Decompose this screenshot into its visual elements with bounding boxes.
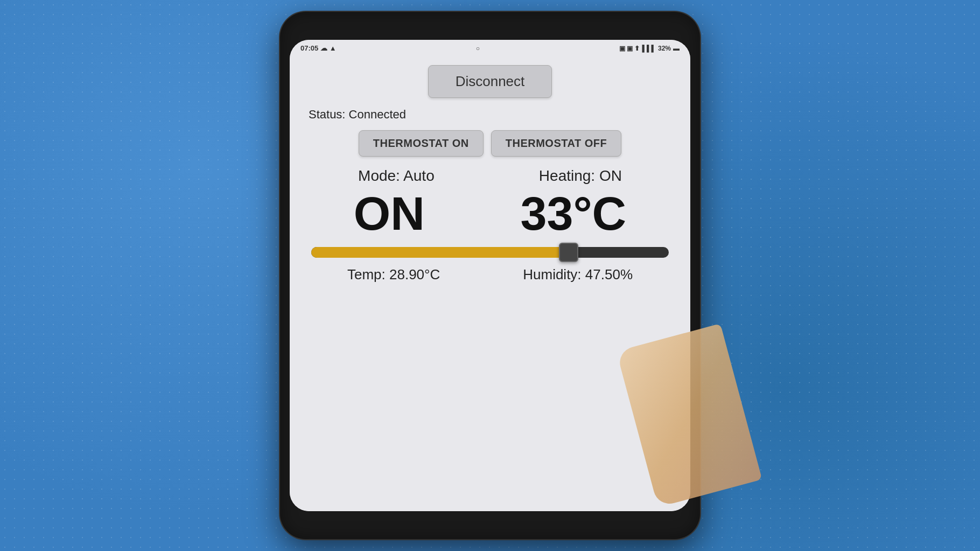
thermostat-button-group: THERMOSTAT ON THERMOSTAT OFF	[359, 130, 621, 157]
status-center-icon: ○	[476, 45, 480, 52]
status-right: ▣ ▣ ⬆ ▌▌▌ 32% ▬	[619, 45, 680, 52]
status-left: 07:05 ☁ ▲	[300, 44, 337, 52]
status-icons: ☁ ▲	[320, 44, 336, 52]
slider-thumb[interactable]	[559, 243, 578, 262]
connection-status: Status: Connected	[306, 108, 406, 122]
thermostat-off-button[interactable]: THERMOSTAT OFF	[491, 130, 621, 157]
humidity-reading: Humidity: 47.50%	[523, 266, 633, 283]
slider-fill	[311, 247, 569, 258]
status-time: 07:05	[300, 44, 318, 52]
app-content: Disconnect Status: Connected THERMOSTAT …	[290, 54, 690, 511]
set-temperature-display: 33°C	[521, 190, 627, 237]
slider-track	[311, 247, 669, 258]
temperature-reading: Temp: 28.90°C	[347, 266, 440, 283]
battery-icon: ▣ ▣ ⬆	[619, 45, 640, 52]
mode-label: Mode: Auto	[358, 167, 435, 185]
thermostat-on-button[interactable]: THERMOSTAT ON	[359, 130, 484, 157]
signal-icon: ▌▌▌	[642, 45, 656, 52]
power-state-display: ON	[354, 190, 425, 237]
heating-label: Heating: ON	[539, 167, 622, 185]
status-bar: 07:05 ☁ ▲ ○ ▣ ▣ ⬆ ▌▌▌ 32% ▬	[290, 40, 690, 54]
bottom-stats-row: Temp: 28.90°C Humidity: 47.50%	[306, 266, 674, 283]
mode-heating-row: Mode: Auto Heating: ON	[306, 167, 674, 185]
big-values-row: ON 33°C	[306, 190, 674, 237]
phone-screen: 07:05 ☁ ▲ ○ ▣ ▣ ⬆ ▌▌▌ 32% ▬ Disconnect S…	[290, 40, 690, 511]
disconnect-button[interactable]: Disconnect	[428, 65, 552, 98]
phone-wrapper: 07:05 ☁ ▲ ○ ▣ ▣ ⬆ ▌▌▌ 32% ▬ Disconnect S…	[280, 12, 700, 539]
battery-bar: ▬	[673, 45, 680, 52]
battery-percent: 32%	[658, 45, 671, 52]
temperature-slider-container	[306, 247, 674, 258]
